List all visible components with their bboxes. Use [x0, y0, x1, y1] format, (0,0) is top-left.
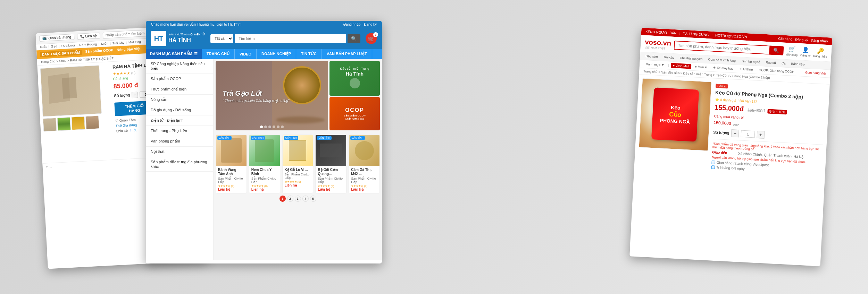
ht-logo[interactable]: HT SÀN THƯƠNG MẠI ĐIỆN TỬ HÀ TĨNH [151, 31, 205, 46]
ht-sidebar-nongsan[interactable]: Nông sản [146, 95, 213, 105]
ht-product-3[interactable]: CẦN TỈNH Kệ Gỗ Lò Vi ... Sản Phẩm Civitt… [282, 135, 314, 193]
ht-product-5[interactable]: CẦN TỈNH Cám Gà Thịt M42 ... Sản Phẩm Ci… [349, 135, 380, 193]
vs-shipping-label: Giao đến [712, 150, 736, 155]
ht-page-5[interactable]: 5 [310, 196, 316, 202]
vs-search-input[interactable] [674, 41, 769, 54]
ht-sidebar-dientudienlanh[interactable]: Điện tử - Điện lạnh [146, 115, 213, 126]
vs-cat-tinhbonhe[interactable]: Tình bộ nghề [740, 59, 762, 64]
pm-nav-mien[interactable]: Miến [101, 42, 108, 46]
vs-subnav-xemaybay[interactable]: ✈ Xé máy bay [711, 65, 736, 71]
vs-cat-traicay[interactable]: Trái cây [662, 54, 676, 60]
banner-dot-6[interactable] [281, 126, 284, 128]
ht-page-3[interactable]: 3 [295, 196, 301, 202]
ht-sidebar-ocop[interactable]: Sản phẩm OCOP [146, 74, 213, 84]
pm-thumb-2[interactable] [57, 117, 71, 131]
pm-nav-traicay[interactable]: Trái Cây [112, 41, 124, 45]
pm-nav-dualuoi[interactable]: Dưa Lưới [61, 44, 75, 48]
pm-nav-xuat[interactable]: Xuất [40, 45, 47, 49]
vs-subnav-muasi[interactable]: ● Mua sỉ [693, 64, 709, 70]
vs-topbar-dangky[interactable]: Đăng ký [795, 37, 808, 42]
vs-subnav-ocop[interactable]: OCOP: Gian hàng OCOP [757, 68, 796, 75]
pm-menu-danhmuc[interactable]: DANH MỤC SẢN PHẨM [40, 50, 82, 57]
pm-channel-btn[interactable]: 📺 Kênh bán hàng [39, 34, 74, 42]
ht-register-link[interactable]: Đăng ký [364, 23, 377, 26]
vs-qty-minus[interactable]: − [731, 129, 739, 137]
ht-banner-side-bottom[interactable]: OCOP Sản phẩm OCOPChất lượng cao [329, 97, 380, 130]
ht-nav-trangchu[interactable]: TRANG CHỦ [202, 49, 235, 59]
ht-nav-main[interactable]: DANH MỤC SẢN PHẨM ☰ [146, 49, 202, 59]
vs-subnav-vosomall[interactable]: ● Voso Mall [670, 63, 691, 69]
ht-search-select[interactable]: Tất cả [210, 34, 233, 43]
ht-search-btn[interactable]: 🔍 [348, 34, 360, 43]
banner-dot-3[interactable] [268, 126, 271, 128]
pm-thumb-4[interactable] [85, 115, 99, 129]
vs-topbar-gioithieu[interactable]: Giỏ hàng [778, 37, 793, 41]
vs-topbar-tailieudung[interactable]: TÀI ỨNG DỤNG [683, 32, 709, 37]
pm-share-twitter[interactable]: 𝕏 [134, 128, 137, 132]
ht-nav-video[interactable]: VIDEO [235, 49, 257, 59]
vs-register-icon-btn[interactable]: 👤 Đăng ký [800, 46, 811, 57]
vs-cat-chathai[interactable]: Chà thái nguyên [678, 55, 704, 62]
vs-topbar-kenhguoiban[interactable]: KÊNH NGƯỜI BÁN [645, 30, 677, 35]
pm-nav-gao[interactable]: Gạo [51, 44, 57, 48]
pm-share-fb[interactable]: f [130, 128, 131, 132]
ht-nav-vanbantuc[interactable]: VĂN BẢN PHÁP LUẬT [322, 49, 372, 59]
vs-login-icon-btn[interactable]: 🔑 Đăng nhập [813, 47, 827, 58]
pm-thumb-row [43, 115, 113, 131]
ht-product-1[interactable]: CẦN TỈNH Bánh Vừng Tâm Anh Sản Phẩm Civi… [216, 135, 247, 193]
vs-cat-comvinhlong[interactable]: Cơm sấm vĩnh long [707, 57, 737, 63]
ht-sidebar-diadung[interactable]: Đồ gia dụng - Đời sống [146, 105, 213, 115]
vs-cat-banhkeo[interactable]: Bánh kẹo [790, 61, 806, 67]
ht-sidebar-noithat[interactable]: Nội thất [146, 147, 213, 157]
ht-page-1[interactable]: 1 [279, 196, 286, 202]
banner-dot-2[interactable] [264, 126, 267, 128]
vs-topbar-dangnhap[interactable]: Đăng nhập [811, 38, 828, 43]
banner-dot-4[interactable] [273, 126, 275, 128]
ht-sidebar-vanphong[interactable]: Văn phòng phẩm [146, 136, 213, 147]
ht-sidebar-thoitrang[interactable]: Thời trang - Phụ kiện [146, 126, 213, 136]
pm-thumb-3[interactable] [71, 116, 85, 130]
vs-cat-dianh[interactable]: Đặc sản [644, 54, 659, 59]
pm-nav-namhuong[interactable]: Nấm Hương [79, 42, 97, 47]
ht-product-4[interactable]: CẦN TỈNH Bộ Gối Cơm Quang... Sản Phẩm Ci… [315, 135, 347, 193]
ht-search-input[interactable] [235, 34, 346, 43]
vs-topbar-hotro[interactable]: HOTRO@VOSO.VN [715, 33, 747, 39]
vs-register-icon: 👤 [802, 46, 809, 53]
vs-qty-plus[interactable]: + [757, 131, 765, 139]
pm-contact-btn[interactable]: 📞 Liên hệ [77, 33, 100, 40]
ht-product-label-2: CẦN TỈNH [251, 136, 265, 140]
vs-subnav-gianviet[interactable]: Gian hàng Việt [805, 71, 826, 75]
ht-sidebar-dactrung[interactable]: Sản phẩm đặc trưng địa phương khác [146, 157, 213, 172]
ht-banner-side-top-text: Đặc sản miền Trung Hà Tĩnh [340, 67, 369, 90]
vs-cat-ca[interactable]: Cà [780, 61, 787, 66]
ht-sidebar-cnntt[interactable]: SP Công nghiệp Nông thôn tiêu biểu [146, 59, 213, 74]
pm-menu-nongsanviet[interactable]: Nông Sản Việt [117, 47, 141, 53]
ht-banner-side-top[interactable]: Đặc sản miền Trung Hà Tĩnh [329, 61, 380, 96]
ht-banner-main[interactable]: Trà Gạo Lứt " Thanh mát tự nhiên Cân bằn… [216, 61, 328, 130]
ht-topbar: Chào mừng bạn đến với Sản Thương mại điệ… [146, 21, 382, 28]
banner-dot-1[interactable] [260, 126, 263, 128]
vs-logo[interactable]: voso.vn VIETNAM POST [644, 38, 671, 51]
vs-cat-raucu[interactable]: Rau củ [764, 60, 777, 66]
ht-nav-tintuc[interactable]: TIN TỨC [296, 49, 322, 59]
ht-nav-doanhnghiep[interactable]: DOANH NGHIỆP [257, 49, 296, 59]
vs-subnav-danhmuc[interactable]: Danh mục ▼ [644, 62, 667, 68]
pm-nav-matong[interactable]: Mắt Ong [128, 40, 141, 44]
pm-menu-ocop[interactable]: Sản phẩm OCOP [85, 48, 114, 55]
ht-cart-btn[interactable]: 🛒 0 [366, 33, 377, 44]
vs-subnav-affiliate[interactable]: ☆ Affiliate [737, 67, 755, 72]
vs-qty-input[interactable] [741, 130, 755, 138]
ht-page-4[interactable]: 4 [302, 196, 309, 202]
vs-wholesale-min: >=2 [733, 123, 739, 127]
vs-checkbox-viettelpost[interactable] [711, 161, 715, 164]
pm-thumb-1[interactable] [43, 118, 57, 132]
vs-cart-icon-btn[interactable]: 🛒 Giỏ hàng [786, 46, 798, 57]
vs-checkbox-trahang[interactable] [711, 165, 715, 169]
vs-search-btn[interactable]: 🔍 [769, 45, 784, 55]
ht-login-link[interactable]: Đăng nhập [343, 23, 360, 26]
ht-sidebar-thucpham[interactable]: Thực phẩm chế biến [146, 84, 213, 95]
pm-qty-minus[interactable]: − [132, 92, 138, 98]
ht-page-2[interactable]: 2 [287, 196, 293, 202]
banner-dot-5[interactable] [277, 126, 279, 128]
ht-product-2[interactable]: CẦN TỈNH Nem Chua Y Binh Sản Phẩm Civitt… [249, 135, 280, 193]
